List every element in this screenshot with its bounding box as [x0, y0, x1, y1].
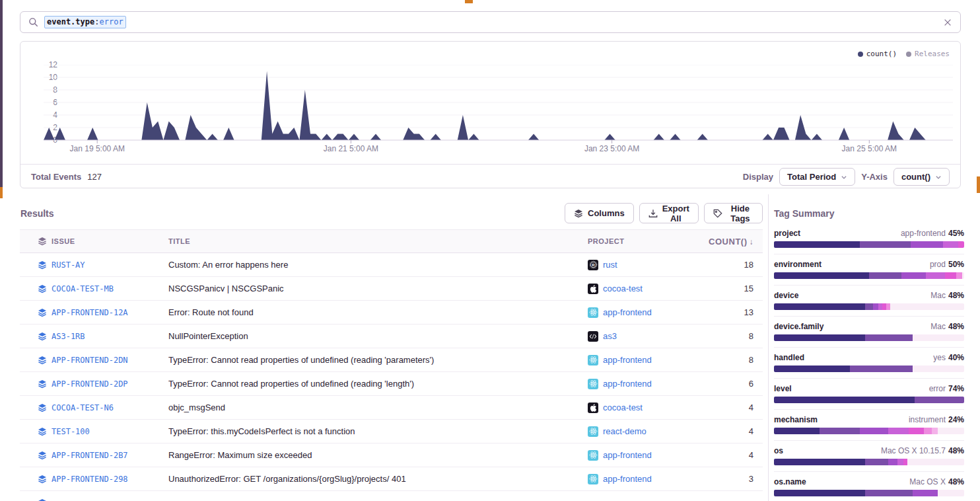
- table-row[interactable]: APP-FRONTEND-2DPTypeError: Cannot read p…: [20, 372, 763, 396]
- tag-distribution-bar[interactable]: [774, 397, 964, 403]
- tag-bar-segment[interactable]: [945, 272, 956, 279]
- issue-link[interactable]: AS3-1RB: [52, 332, 168, 341]
- project-link[interactable]: app-frontend: [588, 307, 707, 318]
- tag-row-header: handledyes40%: [774, 353, 964, 362]
- yaxis-dropdown[interactable]: count(): [893, 168, 950, 186]
- project-link[interactable]: cocoa-test: [588, 284, 707, 294]
- project-link[interactable]: app-frontend: [588, 379, 707, 389]
- columns-button[interactable]: Columns: [565, 203, 634, 223]
- table-row[interactable]: [20, 491, 763, 501]
- issue-link[interactable]: COCOA-TEST-MB: [52, 284, 168, 293]
- legend-item[interactable]: count(): [858, 50, 897, 58]
- tag-bar-segment[interactable]: [915, 397, 964, 403]
- issue-link[interactable]: RUST-AY: [52, 260, 168, 270]
- issue-link[interactable]: APP-FRONTEND-12A: [52, 308, 168, 317]
- project-link[interactable]: as3: [588, 331, 707, 342]
- issue-stack-icon: [20, 498, 52, 501]
- column-header-title[interactable]: TITLE: [168, 237, 588, 245]
- tag-summary-row: projectapp-frontend45%: [774, 223, 964, 254]
- clear-search-icon[interactable]: [943, 18, 952, 27]
- tag-bar-segment[interactable]: [774, 428, 820, 434]
- tag-bar-segment[interactable]: [869, 272, 901, 279]
- tag-bar-segment[interactable]: [820, 428, 859, 434]
- tag-bar-segment[interactable]: [774, 366, 850, 372]
- apple-project-icon: [588, 284, 598, 294]
- project-link[interactable]: react-demo: [588, 426, 707, 437]
- project-link[interactable]: app-frontend: [588, 355, 707, 366]
- tag-bar-segment[interactable]: [913, 490, 937, 496]
- tag-bar-segment[interactable]: [897, 459, 903, 465]
- tag-top-percent: 74%: [948, 384, 964, 393]
- tag-distribution-bar[interactable]: [774, 366, 964, 372]
- tag-bar-segment[interactable]: [774, 303, 865, 310]
- tag-distribution-bar[interactable]: [774, 272, 964, 279]
- tag-bar-segment[interactable]: [956, 272, 962, 279]
- project-link[interactable]: cocoa-test: [588, 403, 707, 413]
- count-value: 15: [707, 284, 763, 293]
- project-link[interactable]: app-frontend: [588, 450, 707, 461]
- issue-link[interactable]: TEST-100: [52, 427, 168, 436]
- tag-bar-segment[interactable]: [943, 241, 958, 248]
- tag-bar-segment[interactable]: [774, 272, 869, 279]
- hide-tags-button[interactable]: Hide Tags: [704, 203, 763, 223]
- tag-bar-segment[interactable]: [888, 459, 897, 465]
- project-link[interactable]: Rrust: [588, 260, 707, 270]
- count-value: 4: [707, 450, 763, 460]
- tag-bar-segment[interactable]: [774, 490, 865, 496]
- issue-link[interactable]: APP-FRONTEND-2B7: [52, 451, 168, 460]
- table-row[interactable]: COCOA-TEST-N6objc_msgSendcocoa-test4: [20, 396, 763, 420]
- legend-item[interactable]: Releases: [906, 50, 950, 58]
- tag-bar-segment[interactable]: [865, 334, 913, 341]
- events-area-chart[interactable]: [44, 65, 953, 144]
- tag-bar-segment[interactable]: [865, 490, 913, 496]
- column-header-issue[interactable]: ISSUE: [52, 237, 168, 245]
- tag-bar-segment[interactable]: [774, 459, 865, 465]
- issue-stack-icon: [20, 427, 52, 436]
- column-header-count[interactable]: COUNT()↓: [707, 237, 763, 247]
- tag-distribution-bar[interactable]: [774, 303, 964, 310]
- tag-bar-segment[interactable]: [860, 241, 911, 248]
- tag-bar-segment[interactable]: [873, 303, 879, 310]
- panel-divider: [768, 194, 769, 501]
- table-row[interactable]: APP-FRONTEND-2DNTypeError: Cannot read p…: [20, 348, 763, 372]
- tag-bar-segment[interactable]: [860, 428, 888, 434]
- search-input[interactable]: event.type:error: [20, 11, 961, 33]
- tag-bar-segment[interactable]: [958, 241, 964, 248]
- table-row[interactable]: APP-FRONTEND-2B7RangeError: Maximum size…: [20, 443, 763, 467]
- tag-bar-segment[interactable]: [911, 241, 943, 248]
- tag-distribution-bar[interactable]: [774, 241, 964, 248]
- tag-bar-segment[interactable]: [909, 428, 924, 434]
- table-row[interactable]: COCOA-TEST-MBNSCGSPanicv | NSCGSPaniccoc…: [20, 277, 763, 301]
- tag-distribution-bar[interactable]: [774, 459, 964, 465]
- search-query-token[interactable]: event.type:error: [44, 16, 126, 28]
- tag-bar-segment[interactable]: [901, 272, 926, 279]
- table-row[interactable]: AS3-1RBNullPointerExceptionas38: [20, 325, 763, 348]
- tag-bar-segment[interactable]: [774, 334, 865, 341]
- tag-distribution-bar[interactable]: [774, 334, 964, 341]
- tag-bar-segment[interactable]: [888, 428, 909, 434]
- table-row[interactable]: APP-FRONTEND-12AError: Route not foundap…: [20, 301, 763, 325]
- tag-bar-segment[interactable]: [926, 272, 945, 279]
- column-header-project[interactable]: PROJECT: [588, 237, 707, 245]
- display-dropdown[interactable]: Total Period: [779, 168, 855, 186]
- tag-bar-segment[interactable]: [850, 366, 913, 372]
- tag-bar-segment[interactable]: [865, 459, 888, 465]
- issue-link[interactable]: APP-FRONTEND-2DP: [52, 379, 168, 389]
- legend-dot: [858, 52, 863, 57]
- tag-bar-segment[interactable]: [932, 428, 938, 434]
- tag-bar-segment[interactable]: [774, 397, 915, 403]
- tag-distribution-bar[interactable]: [774, 490, 964, 496]
- project-link[interactable]: app-frontend: [588, 474, 707, 484]
- table-row[interactable]: APP-FRONTEND-298UnauthorizedError: GET /…: [20, 467, 763, 491]
- issue-link[interactable]: APP-FRONTEND-298: [52, 475, 168, 484]
- tag-bar-segment[interactable]: [865, 303, 873, 310]
- export-all-button[interactable]: Export All: [639, 203, 699, 223]
- table-row[interactable]: RUST-AYCustom: An error happens hereRrus…: [20, 253, 763, 277]
- table-row[interactable]: TEST-100TypeError: this.myCodeIsPerfect …: [20, 420, 763, 443]
- tag-bar-segment[interactable]: [924, 428, 932, 434]
- tag-bar-segment[interactable]: [774, 241, 860, 248]
- issue-link[interactable]: APP-FRONTEND-2DN: [52, 356, 168, 365]
- tag-bar-remainder: [962, 272, 964, 279]
- issue-link[interactable]: COCOA-TEST-N6: [52, 403, 168, 412]
- tag-distribution-bar[interactable]: [774, 428, 964, 434]
